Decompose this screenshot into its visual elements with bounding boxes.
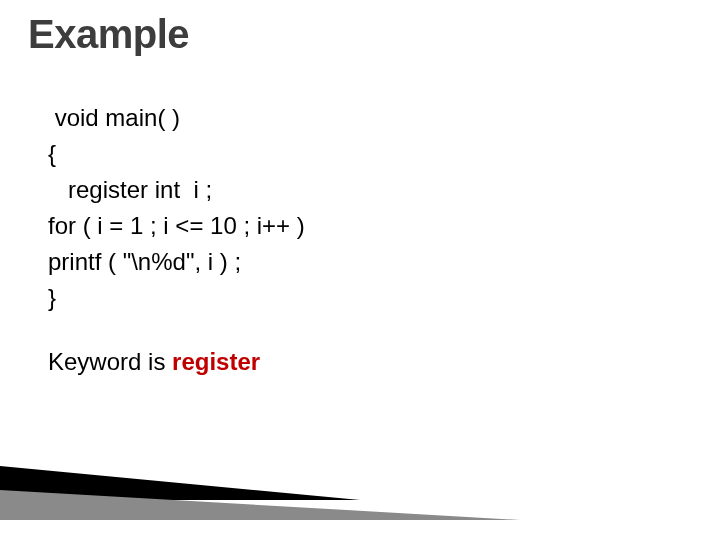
code-line-4: for ( i = 1 ; i <= 10 ; i++ ) [48,208,305,244]
code-line-2: { [48,136,305,172]
code-line-3: register int i ; [48,172,305,208]
keyword-note: Keyword is register [48,344,305,380]
code-line-6: } [48,280,305,316]
code-line-1: void main( ) [48,100,305,136]
slide-body: void main( ) { register int i ; for ( i … [48,100,305,380]
note-keyword: register [172,348,260,375]
slide: Example void main( ) { register int i ; … [0,0,720,540]
note-prefix: Keyword is [48,348,172,375]
slide-title: Example [28,12,189,57]
code-line-5: printf ( "\n%d", i ) ; [48,244,305,280]
